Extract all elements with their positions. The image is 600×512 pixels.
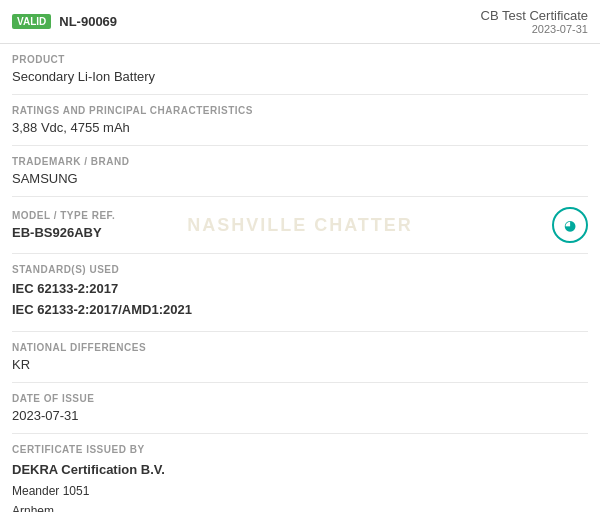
issuer-section: CERTIFICATE ISSUED BY DEKRA Certificatio… xyxy=(12,434,588,512)
date-value: 2023-07-31 xyxy=(12,408,588,423)
standards-label: STANDARD(S) USED xyxy=(12,264,588,275)
product-value: Secondary Li-Ion Battery xyxy=(12,69,588,84)
national-value: KR xyxy=(12,357,588,372)
issuer-name: DEKRA Certification B.V. xyxy=(12,459,165,481)
issuer-details: DEKRA Certification B.V. Meander 1051 Ar… xyxy=(12,459,165,512)
model-label: MODEL / TYPE REF. xyxy=(12,210,115,221)
main-content: PRODUCT Secondary Li-Ion Battery RATINGS… xyxy=(0,44,600,512)
cert-date: 2023-07-31 xyxy=(481,23,588,35)
header: VALID NL-90069 CB Test Certificate 2023-… xyxy=(0,0,600,44)
standards-section: STANDARD(S) USED IEC 62133-2:2017 IEC 62… xyxy=(12,254,588,332)
product-label: PRODUCT xyxy=(12,54,588,65)
trademark-section: TRADEMARK / BRAND SAMSUNG xyxy=(12,146,588,197)
model-left: MODEL / TYPE REF. EB-BS926ABY xyxy=(12,210,115,240)
issuer-row: DEKRA Certification B.V. Meander 1051 Ar… xyxy=(12,459,588,512)
product-section: PRODUCT Secondary Li-Ion Battery xyxy=(12,44,588,95)
issuer-address2: Arnhem xyxy=(12,501,165,512)
dekra-certified-icon xyxy=(552,207,588,243)
trademark-label: TRADEMARK / BRAND xyxy=(12,156,588,167)
model-value: EB-BS926ABY xyxy=(12,225,115,240)
model-section: MODEL / TYPE REF. EB-BS926ABY NASHVILLE … xyxy=(12,197,588,254)
standards-value: IEC 62133-2:2017 IEC 62133-2:2017/AMD1:2… xyxy=(12,279,588,321)
ratings-value: 3,88 Vdc, 4755 mAh xyxy=(12,120,588,135)
national-label: NATIONAL DIFFERENCES xyxy=(12,342,588,353)
header-right: CB Test Certificate 2023-07-31 xyxy=(481,8,588,35)
national-section: NATIONAL DIFFERENCES KR xyxy=(12,332,588,383)
ratings-label: RATINGS AND PRINCIPAL CHARACTERISTICS xyxy=(12,105,588,116)
date-label: DATE OF ISSUE xyxy=(12,393,588,404)
date-section: DATE OF ISSUE 2023-07-31 xyxy=(12,383,588,434)
cert-number: NL-90069 xyxy=(59,14,117,29)
ratings-section: RATINGS AND PRINCIPAL CHARACTERISTICS 3,… xyxy=(12,95,588,146)
issuer-label: CERTIFICATE ISSUED BY xyxy=(12,444,588,455)
model-row: MODEL / TYPE REF. EB-BS926ABY xyxy=(12,207,588,243)
issuer-address1: Meander 1051 xyxy=(12,481,165,501)
valid-badge: VALID xyxy=(12,14,51,29)
trademark-value: SAMSUNG xyxy=(12,171,588,186)
cert-title: CB Test Certificate xyxy=(481,8,588,23)
header-left: VALID NL-90069 xyxy=(12,14,117,29)
